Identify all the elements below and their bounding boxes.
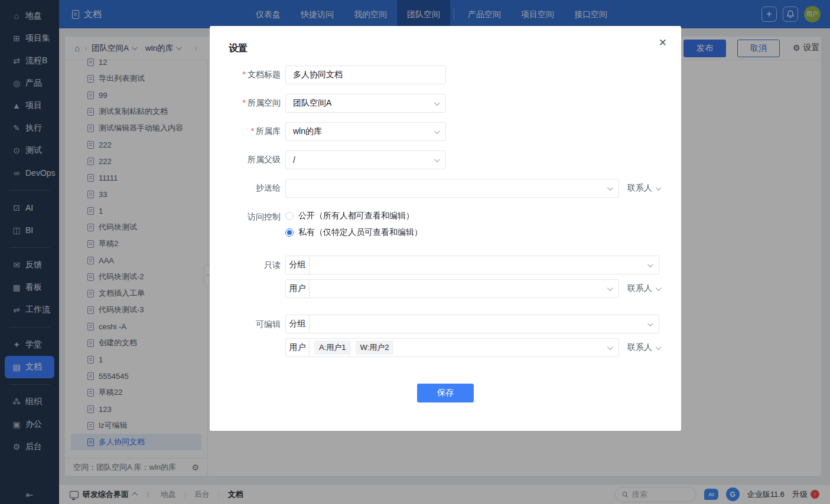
user-tag[interactable]: W:用户2 [356,341,394,355]
chevron-down-icon [607,185,613,191]
field-label-doc-title: *文档标题 [210,70,281,80]
editable-contact-picker[interactable]: 联系人 [623,338,662,357]
save-button[interactable]: 保存 [417,384,474,402]
group-prefix: 分组 [286,256,310,274]
user-tag[interactable]: A:用户1 [314,341,351,355]
library-select[interactable]: wln的库 [285,122,446,141]
parent-select[interactable]: / [285,150,446,169]
field-label-cc: 抄送给 [210,183,281,194]
radio-icon [285,228,294,237]
chevron-down-icon [607,285,613,291]
access-radio-option[interactable]: 私有（仅特定人员可查看和编辑） [285,227,422,238]
modal-title: 设置 [229,42,248,55]
doc-title-input[interactable]: 多人协同文档 [285,66,446,84]
field-label-readonly: 只读 [210,260,281,271]
chevron-down-icon [656,344,662,350]
access-radio-option[interactable]: 公开（所有人都可查看和编辑） [285,210,414,222]
chevron-down-icon [434,128,440,134]
user-prefix: 用户 [286,339,310,356]
readonly-group-select[interactable]: 分组 [285,256,659,274]
chevron-down-icon [647,261,653,267]
user-prefix: 用户 [286,280,310,297]
field-label-space: *所属空间 [210,98,281,109]
group-prefix: 分组 [286,315,310,333]
user-tags: A:用户1W:用户2 [314,341,393,355]
field-label-library: *所属库 [210,126,281,137]
chevron-down-icon [607,344,613,350]
field-label-access: 访问控制 [210,212,281,222]
cc-contact-picker[interactable]: 联系人 [623,179,662,198]
field-label-editable: 可编辑 [210,319,281,330]
editable-user-select[interactable]: 用户 A:用户1W:用户2 [285,338,619,357]
readonly-user-select[interactable]: 用户 [285,279,619,298]
editable-group-select[interactable]: 分组 [285,315,659,333]
chevron-down-icon [656,285,662,291]
chevron-down-icon [656,185,662,191]
field-label-parent: 所属父级 [210,155,281,165]
chevron-down-icon [434,100,440,106]
chevron-down-icon [434,156,440,162]
settings-modal: 设置 ✕ *文档标题 多人协同文档 *所属空间 团队空间A *所属库 wln的库… [210,26,681,431]
close-icon[interactable]: ✕ [659,38,667,48]
space-select[interactable]: 团队空间A [285,94,446,113]
radio-icon [285,212,294,220]
chevron-down-icon [647,320,653,326]
readonly-contact-picker[interactable]: 联系人 [623,279,662,298]
cc-select[interactable] [285,179,619,198]
